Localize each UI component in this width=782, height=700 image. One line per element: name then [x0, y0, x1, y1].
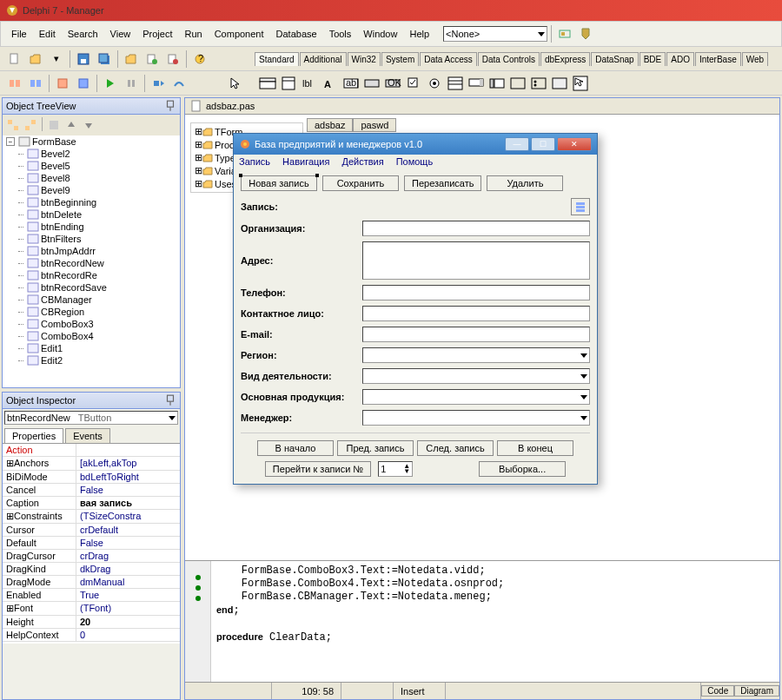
- component-combo-icon[interactable]: [446, 74, 465, 93]
- combo-activity[interactable]: [362, 368, 590, 384]
- property-row[interactable]: DragKinddkDrag: [3, 563, 180, 576]
- input-contact[interactable]: [362, 306, 590, 321]
- combo-manager[interactable]: [362, 410, 590, 426]
- property-row[interactable]: DefaultFalse: [3, 537, 180, 550]
- component-mainmenu-icon[interactable]: [258, 74, 277, 93]
- tree-item[interactable]: btnRecordNew: [3, 257, 180, 269]
- form-menu-item[interactable]: Действия: [341, 156, 383, 167]
- component-frames-icon[interactable]: [571, 74, 590, 93]
- menu-view[interactable]: View: [105, 27, 136, 41]
- property-row[interactable]: ⊞Font(TFont): [3, 602, 180, 616]
- palette-tab[interactable]: Data Controls: [478, 52, 540, 66]
- unit-tab[interactable]: paswd: [353, 118, 396, 132]
- add-project-icon[interactable]: [142, 50, 162, 69]
- tree-item[interactable]: Bevel2: [3, 148, 180, 160]
- arrow-icon[interactable]: [227, 74, 246, 93]
- palette-tab[interactable]: Win32: [348, 52, 381, 66]
- btn-prev[interactable]: Пред. запись: [337, 440, 414, 456]
- tree-item[interactable]: CBManager: [3, 294, 180, 306]
- toolbar-icon[interactable]: [576, 24, 595, 43]
- component-groupbox-icon[interactable]: [487, 74, 507, 93]
- run-icon[interactable]: [101, 74, 120, 93]
- tree-root[interactable]: −FormBase: [3, 135, 180, 148]
- pause-icon[interactable]: [122, 74, 141, 93]
- tree-item[interactable]: Bevel8: [3, 172, 180, 184]
- form-menu-item[interactable]: Помощь: [396, 156, 434, 167]
- code-editor[interactable]: FormBase.ComboBox3.Text:=Notedata.vidd; …: [185, 560, 779, 699]
- unit-tab[interactable]: adsbaz: [307, 118, 353, 132]
- palette-tab[interactable]: Additional: [300, 52, 347, 66]
- tree-toolbar-icon[interactable]: [23, 117, 38, 133]
- editor-filename[interactable]: adsbaz.pas: [206, 101, 255, 111]
- input-email[interactable]: [362, 327, 590, 342]
- form-menu-item[interactable]: Навигация: [282, 156, 329, 167]
- btn-delete[interactable]: Удалить: [487, 175, 563, 191]
- combo-product[interactable]: [362, 389, 590, 405]
- menu-project[interactable]: Project: [137, 27, 177, 41]
- component-memo-icon[interactable]: ab|: [341, 74, 361, 93]
- tree-item[interactable]: CBRegion: [3, 306, 180, 318]
- pin-icon[interactable]: [164, 100, 176, 112]
- menu-database[interactable]: Database: [271, 27, 322, 41]
- tree-item[interactable]: ComboBox3: [3, 318, 180, 330]
- save-icon[interactable]: [74, 50, 93, 69]
- component-button-icon[interactable]: [362, 74, 381, 93]
- menu-help[interactable]: Help: [404, 27, 434, 41]
- tree-item[interactable]: ComboBox4: [3, 330, 180, 342]
- btn-goto[interactable]: Перейти к записи №: [265, 461, 371, 477]
- close-button[interactable]: ✕: [557, 137, 592, 151]
- property-row[interactable]: EnabledTrue: [3, 589, 180, 602]
- menu-search[interactable]: Search: [63, 27, 103, 41]
- palette-tab[interactable]: Standard: [255, 52, 299, 66]
- tree-item[interactable]: Edit2: [3, 354, 180, 367]
- component-actionlist-icon[interactable]: [550, 74, 569, 93]
- property-row[interactable]: HelpContext0: [3, 629, 180, 642]
- property-row[interactable]: CancelFalse: [3, 484, 180, 497]
- property-row[interactable]: DragModedmManual: [3, 576, 180, 589]
- component-edit-icon[interactable]: A: [321, 74, 340, 93]
- menu-window[interactable]: Window: [358, 27, 402, 41]
- btn-rewrite[interactable]: Перезаписать: [404, 175, 481, 191]
- property-row[interactable]: Height20: [3, 616, 180, 629]
- component-scrollbar-icon[interactable]: [467, 74, 486, 93]
- property-row[interactable]: Action: [3, 444, 180, 457]
- menu-file[interactable]: File: [6, 27, 32, 41]
- toggle-icon[interactable]: [53, 74, 72, 93]
- palette-tab[interactable]: System: [381, 52, 419, 66]
- component-radiogroup-icon[interactable]: [508, 74, 527, 93]
- menu-edit[interactable]: Edit: [34, 27, 61, 41]
- component-label-icon[interactable]: lbl: [300, 74, 319, 93]
- saveall-icon[interactable]: [95, 50, 114, 69]
- tree-body[interactable]: −FormBase Bevel2Bevel5Bevel8Bevel9btnBeg…: [3, 135, 180, 387]
- open-project-icon[interactable]: [122, 50, 141, 69]
- tree-item[interactable]: btnBeginning: [3, 196, 180, 208]
- tree-item[interactable]: BtnFilters: [3, 233, 180, 245]
- view-tab-diagram[interactable]: Diagram: [734, 685, 779, 697]
- input-phone[interactable]: [362, 285, 590, 300]
- view-tab-code[interactable]: Code: [701, 685, 734, 697]
- filter-icon-button[interactable]: [571, 198, 590, 215]
- palette-tab[interactable]: InterBase: [695, 52, 741, 66]
- minimize-button[interactable]: —: [505, 137, 529, 151]
- palette-tab[interactable]: Web: [742, 52, 768, 66]
- form-title-bar[interactable]: База предприятий и менеджеров v1.0 — ☐ ✕: [234, 134, 597, 155]
- inspector-tab-events[interactable]: Events: [65, 428, 110, 443]
- menu-component[interactable]: Component: [209, 27, 269, 41]
- pin-icon[interactable]: [164, 394, 176, 406]
- tree-item[interactable]: btnRecordRe: [3, 269, 180, 281]
- view-unit-icon[interactable]: [5, 74, 24, 93]
- tree-item[interactable]: btnDelete: [3, 208, 180, 221]
- property-grid[interactable]: Action⊞Anchors[akLeft,akTopBiDiModebdLef…: [3, 444, 180, 644]
- maximize-button[interactable]: ☐: [531, 137, 555, 151]
- menu-tools[interactable]: Tools: [324, 27, 357, 41]
- view-form-icon[interactable]: [26, 74, 45, 93]
- tree-item[interactable]: btnJmpAddrr: [3, 245, 180, 257]
- step-icon[interactable]: [149, 74, 168, 93]
- design-form-window[interactable]: База предприятий и менеджеров v1.0 — ☐ ✕…: [233, 133, 598, 485]
- palette-tab[interactable]: ADO: [666, 52, 694, 66]
- open-dropdown-icon[interactable]: ▾: [47, 50, 66, 69]
- input-org[interactable]: [362, 221, 590, 236]
- btn-next[interactable]: След. запись: [417, 440, 494, 456]
- help-icon[interactable]: ?: [190, 50, 209, 69]
- tree-item[interactable]: btnEnding: [3, 221, 180, 233]
